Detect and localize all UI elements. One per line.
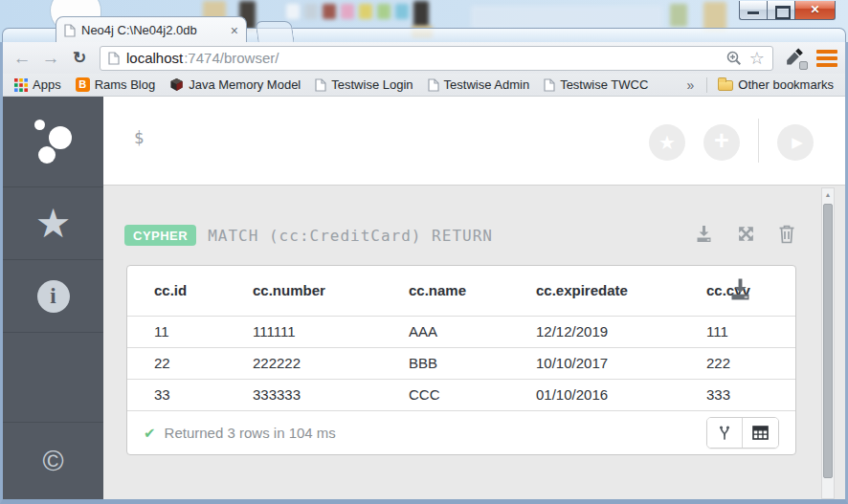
cell: 01/10/2016 xyxy=(509,379,680,410)
browser-window: ← → ↻ localhost :7474/browser/ ☆ xyxy=(0,42,848,504)
cell: 111111 xyxy=(226,316,382,347)
bookmark-apps[interactable]: Apps xyxy=(11,77,65,92)
address-bar[interactable]: localhost :7474/browser/ ☆ xyxy=(100,46,773,71)
editor-buttons: ★ + ▶ xyxy=(649,122,814,163)
table-row: 11 111111 AAA 12/12/2019 111 xyxy=(127,316,795,347)
other-bookmarks-label: Other bookmarks xyxy=(738,77,834,92)
desktop-item xyxy=(304,4,318,19)
success-check-icon: ✔ xyxy=(144,425,156,442)
url-host: localhost xyxy=(126,50,183,66)
add-button[interactable]: + xyxy=(703,124,740,161)
desktop-item xyxy=(413,1,429,28)
cell: 22 xyxy=(127,347,226,379)
bookmark-testwise-twcc[interactable]: Testwise TWCC xyxy=(540,77,652,92)
column-header: cc.expiredate xyxy=(509,266,680,316)
back-icon[interactable]: ← xyxy=(10,47,34,70)
result-card: cc.id cc.number cc.name cc.expiredate cc… xyxy=(126,265,796,455)
sidebar-section-blank xyxy=(3,333,103,423)
download-icon[interactable] xyxy=(694,224,714,244)
new-tab-button[interactable] xyxy=(255,21,294,42)
column-header: cc.number xyxy=(226,266,382,316)
desktop-item xyxy=(703,2,726,31)
bookmarks-overflow-chevron[interactable]: » xyxy=(681,77,701,93)
url-path: :7474/browser/ xyxy=(184,50,279,66)
sidebar-item-credits[interactable]: © xyxy=(3,423,103,499)
query-text[interactable]: MATCH (cc:CreditCard) RETURN xyxy=(208,227,493,245)
bookmark-label: Testwise TWCC xyxy=(560,77,648,92)
divider xyxy=(758,119,759,163)
desktop-item xyxy=(359,4,372,19)
bookmark-label: Testwise Admin xyxy=(444,77,530,92)
graph-view-button[interactable] xyxy=(707,418,743,448)
desktop-item xyxy=(323,4,336,19)
cell: CCC xyxy=(382,379,509,410)
bookmark-java-memory-model[interactable]: Java Memory Model xyxy=(166,77,304,92)
query-header: CYPHER MATCH (cc:CreditCard) RETURN xyxy=(124,225,493,246)
bookmark-label: Java Memory Model xyxy=(189,77,301,92)
desktop-item xyxy=(471,6,662,29)
tab-close-icon[interactable]: × xyxy=(231,24,238,37)
bookmarks-bar: Apps B Rams Blog Java Memory Model Testw… xyxy=(3,74,845,97)
forward-icon[interactable]: → xyxy=(38,47,63,70)
page-icon xyxy=(428,78,439,92)
eyedropper-extension-icon[interactable] xyxy=(783,46,808,71)
sidebar-item-about[interactable] xyxy=(3,97,103,187)
bookmark-testwise-admin[interactable]: Testwise Admin xyxy=(424,77,534,92)
run-button[interactable]: ▶ xyxy=(777,124,814,161)
cell: BBB xyxy=(382,347,509,379)
table-header-row: cc.id cc.number cc.name cc.expiredate cc… xyxy=(127,266,795,316)
desktop-item xyxy=(341,4,354,19)
desktop-item xyxy=(377,4,391,19)
neo4j-sidebar: ★ i © xyxy=(3,97,103,499)
minimize-button[interactable] xyxy=(739,1,767,20)
reload-icon[interactable]: ↻ xyxy=(67,47,92,70)
cell: 333333 xyxy=(226,379,382,410)
cypher-badge: CYPHER xyxy=(124,225,196,246)
tab-title: Neo4j C:\Ne04j2.0db xyxy=(81,23,225,37)
cube-icon xyxy=(169,77,184,92)
maximize-button[interactable] xyxy=(767,1,794,20)
desktop-item xyxy=(286,4,300,19)
sidebar-item-information[interactable]: i xyxy=(3,260,103,333)
eyedropper-swatch xyxy=(799,61,808,70)
page-icon xyxy=(544,78,555,92)
browser-tab[interactable]: Neo4j C:\Ne04j2.0db × xyxy=(56,16,247,43)
neo4j-browser-page: ★ i © $ ★ + ▶ xyxy=(3,97,845,499)
status-text: Returned 3 rows in 104 ms xyxy=(165,425,336,441)
close-window-button[interactable]: ✕ xyxy=(794,1,836,20)
chrome-menu-icon[interactable] xyxy=(815,49,838,68)
scrollbar[interactable]: ▲ xyxy=(821,187,835,499)
scroll-up-icon[interactable]: ▲ xyxy=(822,188,834,201)
column-header: cc.name xyxy=(382,266,509,316)
cell: 11 xyxy=(127,316,226,347)
frame-actions xyxy=(694,224,795,244)
cell: 222 xyxy=(680,347,795,379)
cell: 10/10/2017 xyxy=(509,347,680,379)
table-view-button[interactable] xyxy=(743,418,778,448)
view-toggle xyxy=(706,417,779,449)
favorite-button[interactable]: ★ xyxy=(649,124,685,161)
page-icon xyxy=(315,78,326,92)
result-table: cc.id cc.number cc.name cc.expiredate cc… xyxy=(127,266,795,410)
cell: 12/12/2019 xyxy=(509,316,680,347)
close-icon: ✕ xyxy=(795,3,835,16)
other-bookmarks[interactable]: Other bookmarks xyxy=(714,77,837,92)
command-prompt-input[interactable]: $ xyxy=(134,128,144,147)
bookmark-rams-blog[interactable]: B Rams Blog xyxy=(72,77,160,92)
export-csv-button[interactable] xyxy=(727,276,753,302)
download-icon xyxy=(727,276,753,302)
window-controls: ✕ xyxy=(739,1,836,20)
bookmark-testwise-login[interactable]: Testwise Login xyxy=(311,77,416,92)
fullscreen-icon[interactable] xyxy=(736,224,756,244)
result-footer: ✔ Returned 3 rows in 104 ms xyxy=(127,410,795,454)
zoom-icon[interactable] xyxy=(725,50,743,67)
browser-toolbar: ← → ↻ localhost :7474/browser/ ☆ xyxy=(3,42,845,74)
trash-icon[interactable] xyxy=(778,224,795,244)
scroll-thumb[interactable] xyxy=(823,204,833,478)
cell: 33 xyxy=(127,379,226,410)
sidebar-item-favorites[interactable]: ★ xyxy=(3,187,103,260)
cell: 111 xyxy=(680,316,795,347)
bookmark-star-icon[interactable]: ☆ xyxy=(749,50,765,67)
star-icon: ★ xyxy=(35,204,72,244)
copyright-icon: © xyxy=(42,445,63,477)
